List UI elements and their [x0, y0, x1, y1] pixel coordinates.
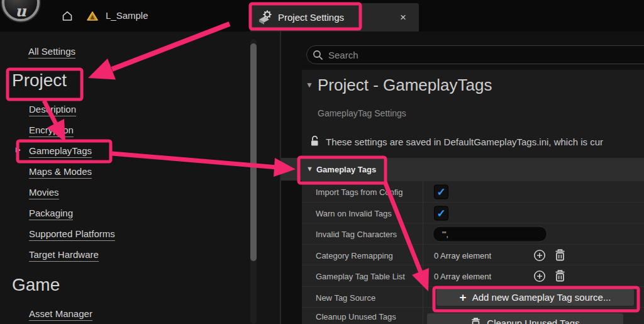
sidebar-item-asset-manager[interactable]: Asset Manager [29, 308, 92, 321]
page-title: Project - GameplayTags [318, 75, 492, 95]
array-count: 0 Array element [434, 250, 491, 260]
delete-elements-icon[interactable] [554, 269, 568, 283]
trash-icon [470, 317, 481, 324]
row-category-remapping: Category Remapping 0 Array element [302, 244, 644, 265]
row-label: New Tag Source [316, 293, 375, 302]
sidebar-item-movies[interactable]: Movies [29, 186, 59, 199]
sidebar-section-project: Project [12, 70, 67, 91]
row-gameplay-tag-table-list: Gameplay Tag Table List 0 Array element [302, 265, 644, 287]
table-left-gutter [281, 181, 302, 324]
row-cleanup-unused-tags: Cleanup Unused Tags Cleanup Unused Tags [302, 307, 644, 324]
search-icon [313, 50, 323, 60]
row-label: Warn on Invalid Tags [316, 208, 392, 218]
sidebar-item-supported-platforms[interactable]: Supported Platforms [29, 228, 115, 241]
row-label: Import Tags from Config [316, 187, 402, 197]
level-name[interactable]: L_Sample [106, 10, 148, 21]
unreal-logo-letter: u [15, 4, 26, 19]
project-settings-icon [258, 9, 273, 26]
row-invalid-tag-characters: Invalid Tag Characters [302, 223, 644, 245]
add-element-icon[interactable] [533, 249, 547, 262]
section-header-label: Gameplay Tags [316, 165, 376, 174]
sidebar-section-game: Game [12, 275, 60, 295]
invalid-tag-characters-input[interactable] [433, 226, 547, 242]
row-warn-on-invalid-tags: Warn on Invalid Tags ✓ [302, 202, 644, 223]
sidebar-item-target-hardware[interactable]: Target Hardware [29, 249, 99, 262]
checkbox-import-tags[interactable]: ✓ [434, 185, 448, 199]
delete-elements-icon[interactable] [554, 249, 568, 262]
sidebar-scrollbar-thumb[interactable] [250, 43, 257, 261]
sidebar-item-description[interactable]: Description [29, 103, 76, 116]
checkmark-icon: ✓ [436, 186, 445, 198]
selected-item-marker-icon: ▶ [16, 146, 21, 153]
sidebar-item-encryption[interactable]: Encryption [29, 124, 74, 137]
sidebar-item-packaging[interactable]: Packaging [29, 207, 73, 220]
plus-icon: + [460, 291, 467, 303]
row-label: Category Remapping [316, 250, 393, 260]
level-icon [85, 9, 100, 22]
unlocked-icon [309, 135, 321, 147]
row-new-tag-source: New Tag Source + Add new Gameplay Tag so… [302, 286, 644, 308]
button-label: Cleanup Unused Tags [487, 318, 579, 324]
table-column-divider [423, 181, 423, 324]
add-new-gameplay-tag-source-button[interactable]: + Add new Gameplay Tag source... [436, 289, 634, 306]
cleanup-unused-tags-button[interactable]: Cleanup Unused Tags [427, 313, 623, 324]
button-label: Add new Gameplay Tag source... [472, 292, 611, 303]
config-file-note: These settings are saved in DefaultGamep… [326, 137, 644, 147]
array-count: 0 Array element [434, 272, 491, 281]
search-input[interactable] [327, 47, 631, 64]
tab-project-settings[interactable]: Project Settings × [250, 3, 419, 31]
checkbox-warn-invalid[interactable]: ✓ [434, 206, 448, 220]
row-label: Gameplay Tag Table List [316, 272, 405, 281]
section-header-collapse-icon[interactable]: ▼ [306, 165, 313, 172]
row-label: Invalid Tag Characters [316, 230, 397, 239]
checkmark-icon: ✓ [436, 207, 445, 219]
home-icon[interactable] [60, 9, 74, 23]
unreal-editor-window: u L_Sample Project Se [0, 0, 644, 324]
section-collapse-icon[interactable]: ▼ [306, 81, 313, 89]
sidebar-item-gameplaytags[interactable]: GameplayTags [29, 145, 92, 158]
page-subtitle: GameplayTag Settings [318, 108, 406, 118]
sidebar-item-maps-modes[interactable]: Maps & Modes [29, 165, 92, 179]
sidebar-item-all-settings[interactable]: All Settings [28, 45, 75, 59]
tab-close-icon[interactable]: × [395, 10, 411, 25]
add-element-icon[interactable] [533, 269, 547, 283]
tab-label: Project Settings [278, 12, 344, 23]
row-import-tags-from-config: Import Tags from Config ✓ [302, 181, 644, 203]
row-label: Cleanup Unused Tags [316, 311, 396, 321]
